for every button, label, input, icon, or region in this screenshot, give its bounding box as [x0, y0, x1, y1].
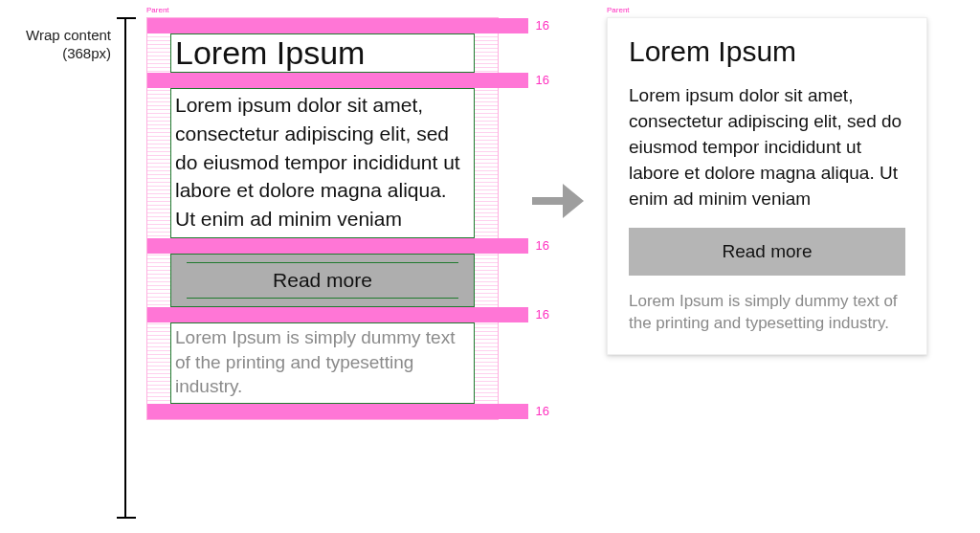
dimension-tick-bottom — [117, 517, 136, 519]
spacer-value: 16 — [536, 18, 549, 33]
footer-text: Lorem Ipsum is simply dummy text of the … — [171, 323, 474, 403]
dimension-label: Wrap content (368px) — [26, 27, 111, 63]
parent-label-left: Parent — [146, 6, 169, 14]
title-text: Lorem Ipsum — [171, 34, 474, 72]
spacer-value: 16 — [536, 404, 549, 418]
spacer-top: 16 — [147, 18, 498, 33]
spacer-after-button: 16 — [147, 307, 498, 322]
read-more-button[interactable]: Read more — [629, 228, 905, 276]
body-text: Lorem ipsum dolor sit amet, consectetur … — [171, 89, 474, 237]
button-label-text: Read more — [187, 262, 458, 299]
rendered-card: Lorem Ipsum Lorem ipsum dolor sit amet, … — [607, 17, 927, 355]
blueprint-card: 16 Lorem Ipsum 16 Lorem ipsum dolor sit … — [146, 17, 499, 420]
diagram-stage: Parent Parent Wrap content (368px) 16 Lo… — [0, 0, 980, 533]
dimension-bracket: Wrap content (368px) — [0, 17, 144, 519]
dimension-tick-top — [117, 17, 136, 19]
card-title: Lorem Ipsum — [629, 35, 905, 68]
spacer-value: 16 — [536, 238, 549, 253]
spacer-bottom: 16 — [147, 404, 498, 419]
blueprint-footer-box: Lorem Ipsum is simply dummy text of the … — [170, 322, 475, 404]
parent-label-right: Parent — [607, 6, 630, 14]
dimension-vertical-line — [124, 17, 126, 519]
spacer-value: 16 — [536, 73, 549, 87]
card-body: Lorem ipsum dolor sit amet, consectetur … — [629, 83, 905, 212]
card-footer: Lorem Ipsum is simply dummy text of the … — [629, 291, 905, 335]
blueprint-body-box: Lorem ipsum dolor sit amet, consectetur … — [170, 88, 475, 238]
spacer-after-body: 16 — [147, 238, 498, 254]
blueprint-button-box: Read more — [170, 254, 475, 307]
spacer-value: 16 — [536, 307, 549, 322]
arrow-right-icon — [532, 184, 585, 218]
blueprint-title-box: Lorem Ipsum — [170, 33, 475, 73]
spacer-after-title: 16 — [147, 73, 498, 88]
